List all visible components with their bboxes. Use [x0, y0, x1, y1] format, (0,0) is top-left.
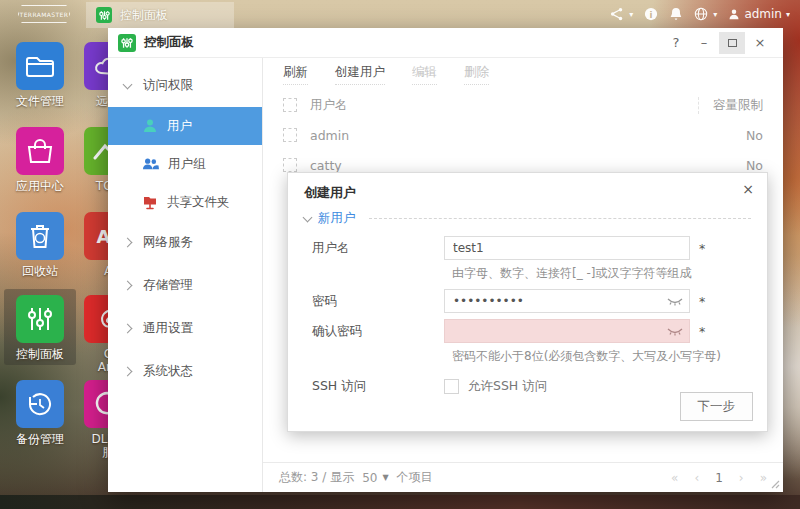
dialog-title: 创建用户: [288, 173, 767, 205]
row-checkbox[interactable]: [283, 128, 297, 142]
window-title: 控制面板: [144, 34, 194, 51]
desktop-icon-label: 控制面板: [16, 348, 64, 361]
sidebar-group-system[interactable]: 系统状态: [108, 350, 262, 393]
backup-history-icon: [16, 380, 64, 428]
dialog-section-new-user[interactable]: 新用户: [288, 205, 767, 227]
toolbar: 刷新 创建用户 编辑 删除: [263, 58, 783, 90]
first-page-button[interactable]: «: [671, 471, 678, 485]
taskbar-tray: ▾ i ▾ admin ▾: [610, 0, 790, 28]
desktop-icon-label: 备份管理: [16, 433, 64, 446]
username-input[interactable]: [444, 236, 690, 260]
username-hint: 由字母、数字、连接符[_ -]或汉字字符等组成: [452, 265, 767, 282]
sidebar: 访问权限 用户 用户组 共享文件夹 网络服务 存储管理: [108, 58, 263, 492]
folder-icon: [16, 42, 64, 90]
password-input[interactable]: [444, 289, 690, 313]
cell-username: admin: [310, 128, 349, 143]
window-resize-handle[interactable]: [770, 479, 780, 489]
user-icon: [142, 118, 158, 134]
sidebar-group-label: 访问权限: [143, 77, 193, 94]
ssh-label: SSH 访问: [304, 378, 444, 395]
taskbar-tab-control-panel[interactable]: 控制面板: [86, 2, 234, 28]
table-row[interactable]: admin No: [263, 120, 783, 150]
delete-button[interactable]: 删除: [464, 64, 489, 85]
edit-button[interactable]: 编辑: [412, 64, 437, 85]
desktop-icon-control-panel[interactable]: 控制面板: [4, 289, 76, 365]
ssh-checkbox[interactable]: [444, 379, 459, 394]
maximize-button[interactable]: [719, 32, 745, 54]
share-icon[interactable]: [610, 7, 624, 21]
sidebar-group-label: 存储管理: [143, 277, 193, 294]
bell-icon[interactable]: [669, 7, 683, 21]
svg-text:i: i: [650, 10, 653, 20]
chevron-down-icon[interactable]: ▾: [713, 10, 717, 19]
control-panel-icon: [16, 295, 64, 343]
sidebar-item-shared-folders[interactable]: 共享文件夹: [108, 183, 262, 221]
section-divider: [369, 218, 752, 219]
next-page-button[interactable]: ›: [739, 471, 744, 485]
chevron-down-icon: [123, 79, 133, 89]
create-user-button[interactable]: 创建用户: [335, 64, 385, 85]
desktop-icon-recycle-bin[interactable]: 回收站: [4, 212, 76, 278]
refresh-button[interactable]: 刷新: [283, 64, 308, 85]
sidebar-group-network[interactable]: 网络服务: [108, 221, 262, 264]
eye-closed-icon[interactable]: [667, 327, 683, 336]
maximize-icon: [728, 39, 737, 47]
page-size-value: 50: [362, 471, 377, 485]
page-size-select[interactable]: 50 ▼: [362, 471, 388, 485]
sidebar-group-storage[interactable]: 存储管理: [108, 264, 262, 307]
items-suffix-text: 个项目: [397, 469, 433, 486]
confirm-password-label: 确认密码: [304, 323, 444, 340]
sidebar-group-label: 网络服务: [143, 234, 193, 251]
password-row: 密码 *: [288, 289, 767, 313]
recycle-bin-icon: [16, 212, 64, 260]
minimize-button[interactable]: –: [691, 32, 717, 54]
select-all-checkbox[interactable]: [283, 98, 297, 112]
password-label: 密码: [304, 293, 444, 310]
close-button[interactable]: ×: [747, 32, 773, 54]
current-page: 1: [715, 471, 723, 485]
ssh-checkbox-label: 允许SSH 访问: [468, 378, 547, 395]
taskbar-tab-label: 控制面板: [120, 7, 168, 24]
info-icon[interactable]: i: [644, 7, 658, 21]
row-checkbox[interactable]: [283, 158, 297, 172]
sidebar-item-users[interactable]: 用户: [108, 107, 262, 145]
next-step-button[interactable]: 下一步: [680, 392, 754, 421]
prev-page-button[interactable]: ‹: [694, 471, 699, 485]
control-panel-window: 控制面板 ? – × 访问权限 用户 用户组 共享文件夹: [108, 28, 783, 492]
desktop-icon-file-manager[interactable]: 文件管理: [4, 42, 76, 108]
sidebar-group-label: 通用设置: [143, 320, 193, 337]
chevron-down-icon: ▾: [786, 10, 790, 19]
window-controls: ? – ×: [663, 32, 773, 54]
chevron-down-icon: [303, 212, 313, 222]
desktop-icon-app-center[interactable]: 应用中心: [4, 127, 76, 193]
taskbar-user-menu[interactable]: admin ▾: [728, 7, 790, 21]
shared-folder-icon: [142, 194, 158, 210]
close-icon[interactable]: ×: [742, 182, 754, 196]
wallpaper-ground-strip: [0, 495, 800, 509]
pagination: « ‹ 1 › »: [671, 471, 767, 485]
create-user-dialog: × 创建用户 新用户 用户名 * 由字母、数字、连接符[_ -]或汉字字符等组成…: [287, 172, 768, 432]
required-asterisk: *: [699, 241, 705, 256]
cell-quota: No: [746, 128, 763, 143]
password-hint: 密码不能小于8位(必须包含数字、大写及小写字母): [452, 348, 767, 365]
sidebar-group-general[interactable]: 通用设置: [108, 307, 262, 350]
section-label: 新用户: [318, 210, 356, 227]
confirm-password-row: 确认密码 *: [288, 319, 767, 343]
chevron-right-icon: [123, 367, 133, 377]
help-button[interactable]: ?: [663, 32, 689, 54]
confirm-password-input[interactable]: [444, 319, 690, 343]
chevron-down-icon[interactable]: ▾: [629, 10, 633, 19]
desktop-icon-label: 文件管理: [16, 95, 64, 108]
desktop-icon-backup[interactable]: 备份管理: [4, 380, 76, 446]
window-titlebar[interactable]: 控制面板 ? – ×: [108, 28, 783, 58]
username-row: 用户名 *: [288, 236, 767, 260]
sidebar-item-label: 用户: [167, 118, 192, 135]
eye-closed-icon[interactable]: [667, 297, 683, 306]
total-count-text: 总数: 3 / 显示: [279, 469, 354, 486]
caret-down-icon: ▼: [382, 473, 388, 482]
sidebar-item-user-groups[interactable]: 用户组: [108, 145, 262, 183]
last-page-button[interactable]: »: [760, 471, 767, 485]
sidebar-group-access[interactable]: 访问权限: [108, 64, 262, 107]
globe-icon[interactable]: [694, 7, 708, 21]
required-asterisk: *: [699, 324, 705, 339]
